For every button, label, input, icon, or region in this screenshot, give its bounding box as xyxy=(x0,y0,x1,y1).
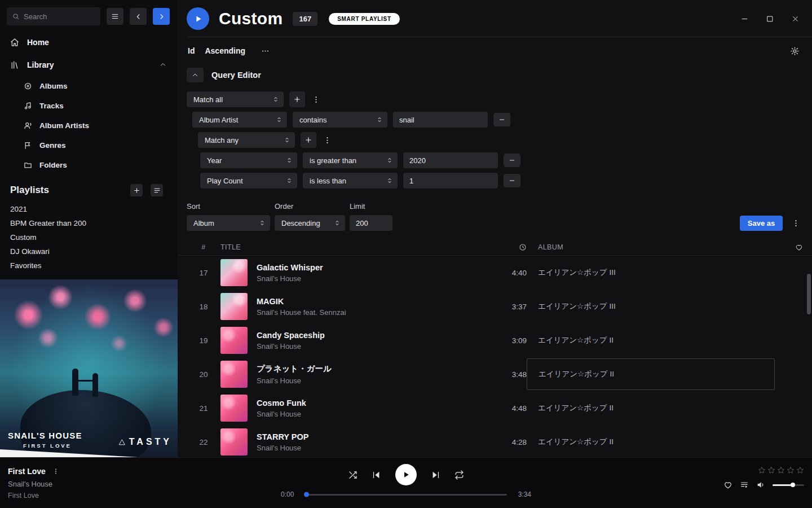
match-any-select[interactable]: Match any xyxy=(198,132,295,148)
track-album[interactable]: エイリアン☆ポップ II xyxy=(527,325,775,356)
sidebar-item-tracks[interactable]: Tracks xyxy=(0,96,178,116)
sort-order-button[interactable]: Ascending xyxy=(205,46,245,55)
rule-field-select[interactable]: Play Count xyxy=(200,173,297,189)
track-album-art xyxy=(220,361,248,388)
track-album[interactable]: エイリアン☆ポップ II xyxy=(527,426,775,457)
repeat-icon[interactable] xyxy=(454,470,464,480)
sort-select[interactable]: Album xyxy=(187,215,270,231)
playlist-item-dj-okawari[interactable]: DJ Okawari xyxy=(0,244,178,259)
scrollbar-thumb[interactable] xyxy=(807,274,811,314)
seek-bar[interactable] xyxy=(305,494,507,496)
group-options-button[interactable] xyxy=(322,136,332,144)
save-as-button[interactable]: Save as xyxy=(740,216,783,231)
main-content: Custom 167 SMART PLAYLIST Id Ascending xyxy=(178,0,812,457)
favorite-heart-icon[interactable] xyxy=(723,480,732,489)
now-playing-menu-button[interactable] xyxy=(52,467,59,475)
settings-button[interactable] xyxy=(790,46,800,56)
player-right-controls xyxy=(723,466,804,489)
group-options-button[interactable] xyxy=(311,95,321,104)
star-icon[interactable] xyxy=(787,466,795,474)
artwork-album-text: FIRST LOVE xyxy=(23,443,72,449)
star-icon[interactable] xyxy=(796,466,804,474)
column-favorite[interactable] xyxy=(795,243,803,251)
add-rule-button[interactable] xyxy=(301,132,316,148)
match-all-select[interactable]: Match all xyxy=(187,91,284,107)
track-row[interactable]: 19 Candy Spaceship Snail's House 3:09 エイ… xyxy=(178,323,812,357)
playlist-item-favorites[interactable]: Favorites xyxy=(0,259,178,273)
save-options-button[interactable] xyxy=(791,216,801,231)
track-row[interactable]: 20 プラネット・ガール Snail's House 3:48 エイリアン☆ポッ… xyxy=(178,357,812,391)
track-row[interactable]: 21 Cosmo Funk Snail's House 4:48 エイリアン☆ポ… xyxy=(178,391,812,425)
playlist-item-2021[interactable]: 2021 xyxy=(0,202,178,216)
skip-next-icon[interactable] xyxy=(431,470,440,480)
track-album[interactable]: エイリアン☆ポップ II xyxy=(527,392,775,424)
playlist-options-button[interactable] xyxy=(151,184,163,196)
track-album[interactable]: エイリアン☆ポップ III xyxy=(527,257,775,288)
nav-back-button[interactable] xyxy=(130,8,147,25)
volume-handle[interactable] xyxy=(791,483,795,487)
track-duration: 4:40 xyxy=(512,269,527,277)
toolbar-more-button[interactable] xyxy=(261,47,270,55)
track-album[interactable]: エイリアン☆ポップ III xyxy=(527,291,775,322)
nav-forward-button[interactable] xyxy=(153,8,170,25)
sidebar-item-folders[interactable]: Folders xyxy=(0,155,178,175)
rule-operator-select[interactable]: contains xyxy=(293,112,387,128)
column-number[interactable]: # xyxy=(201,243,205,251)
column-album[interactable]: ALBUM xyxy=(527,243,775,251)
menu-button[interactable] xyxy=(107,8,123,25)
track-number: 22 xyxy=(199,438,208,446)
now-playing-artist[interactable]: Snail's House xyxy=(8,480,59,488)
remove-rule-button[interactable] xyxy=(493,113,510,126)
seek-handle[interactable] xyxy=(304,492,309,497)
play-playlist-button[interactable] xyxy=(187,7,209,30)
search-box[interactable] xyxy=(7,7,100,25)
play-pause-button[interactable] xyxy=(395,464,417,485)
column-duration[interactable] xyxy=(519,243,527,251)
star-icon[interactable] xyxy=(767,466,775,474)
remove-rule-button[interactable] xyxy=(504,174,520,187)
sort-field-button[interactable]: Id xyxy=(188,46,195,55)
minimize-icon[interactable] xyxy=(740,15,749,23)
volume-slider[interactable] xyxy=(773,484,804,486)
sidebar-item-library[interactable]: Library xyxy=(0,54,178,76)
rule-value-input[interactable] xyxy=(393,112,488,128)
remove-rule-button[interactable] xyxy=(504,154,520,167)
add-rule-button[interactable] xyxy=(289,91,305,107)
rule-value-input[interactable] xyxy=(403,173,498,189)
rule-field-select[interactable]: Year xyxy=(200,152,297,168)
rule-field-select[interactable]: Album Artist xyxy=(192,112,287,128)
maximize-icon[interactable] xyxy=(766,15,774,23)
query-editor-collapse-button[interactable] xyxy=(187,68,204,82)
unfold-icon xyxy=(272,96,279,103)
track-row[interactable]: 18 MAGIK Snail's House feat. Sennzai 3:3… xyxy=(178,290,812,323)
track-album-focused[interactable]: エイリアン☆ポップ II xyxy=(527,358,775,390)
playlist-item-bpm-greater-than-200[interactable]: BPM Greater than 200 xyxy=(0,216,178,230)
sidebar-item-albums[interactable]: Albums xyxy=(0,76,178,96)
rule-operator-select[interactable]: is less than xyxy=(303,173,398,189)
rule-value-input[interactable] xyxy=(403,152,498,168)
now-playing-album[interactable]: First Love xyxy=(8,492,59,500)
star-icon[interactable] xyxy=(777,466,785,474)
playlist-label: BPM Greater than 200 xyxy=(10,219,86,227)
sidebar-item-genres[interactable]: Genres xyxy=(0,135,178,155)
track-row[interactable]: 17 Galactic Whisper Snail's House 4:40 エ… xyxy=(178,256,812,290)
volume-icon[interactable] xyxy=(756,480,765,489)
limit-input[interactable] xyxy=(350,215,392,231)
shuffle-icon[interactable] xyxy=(348,470,358,480)
skip-previous-icon[interactable] xyxy=(372,470,381,480)
sidebar-item-album-artists[interactable]: Album Artists xyxy=(0,116,178,135)
column-title[interactable]: TITLE xyxy=(220,243,493,251)
order-select[interactable]: Descending xyxy=(275,215,345,231)
close-icon[interactable] xyxy=(791,15,800,23)
track-row[interactable]: 22 STARRY POP Snail's House 4:28 エイリアン☆ポ… xyxy=(178,425,812,457)
search-input[interactable] xyxy=(24,12,95,21)
rule-operator-select[interactable]: is greater than xyxy=(303,152,398,168)
star-icon[interactable] xyxy=(758,466,766,474)
add-playlist-button[interactable] xyxy=(130,184,143,196)
queue-icon[interactable] xyxy=(740,480,749,489)
track-duration: 4:48 xyxy=(512,404,527,413)
more-horizontal-icon xyxy=(261,47,270,55)
sidebar-item-home[interactable]: Home xyxy=(0,31,178,54)
library-collapse-chevron[interactable] xyxy=(160,62,166,68)
playlist-item-custom[interactable]: Custom xyxy=(0,230,178,244)
